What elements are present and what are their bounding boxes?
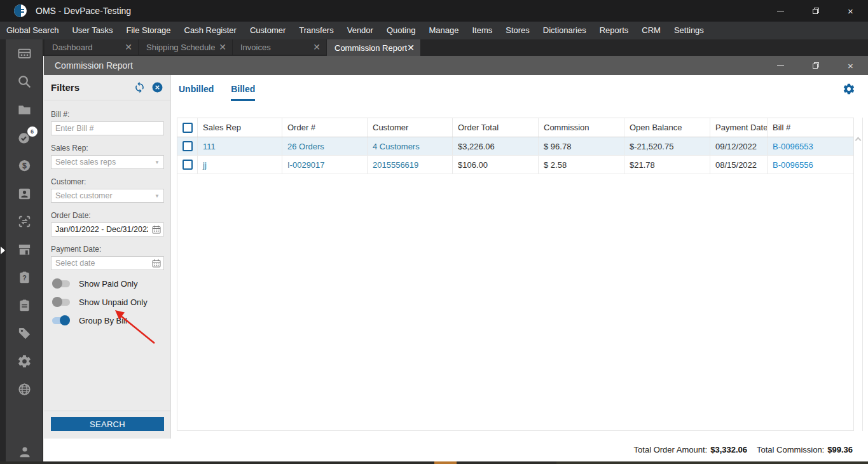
tab-close-icon[interactable]: ✕ [407, 43, 415, 53]
tab-invoices[interactable]: Invoices ✕ [233, 39, 327, 55]
sales-rep-link[interactable]: jj [198, 156, 282, 174]
commission-value: $ 96.78 [539, 137, 624, 155]
filters-panel: Filters Bill #: Sales Rep: Select sales … [44, 75, 171, 439]
sidebar-item-cash[interactable]: $ [17, 158, 32, 173]
taskbar-segment [556, 461, 868, 464]
restore-icon [813, 8, 819, 14]
orders-link[interactable]: I-0029017 [282, 156, 368, 174]
tab-close-icon[interactable]: ✕ [219, 42, 226, 52]
column-header-commission[interactable]: Commission [539, 118, 624, 137]
bill-number-input[interactable] [51, 121, 164, 135]
customer-label: Customer: [51, 177, 163, 186]
sidebar-item-stores[interactable] [17, 242, 32, 257]
store-icon [17, 242, 32, 257]
row-checkbox[interactable] [183, 160, 193, 170]
sidebar-item-help[interactable]: ? [17, 270, 32, 285]
menu-item-settings[interactable]: Settings [672, 22, 706, 39]
table-header-row: Sales Rep Order # Customer Order Total C… [177, 118, 853, 137]
tab-dashboard[interactable]: Dashboard ✕ [45, 39, 139, 55]
sales-rep-link[interactable]: 111 [198, 137, 282, 155]
menu-item-transfers[interactable]: Transfers [296, 22, 336, 39]
clear-filters-icon[interactable] [151, 81, 163, 93]
user-icon [17, 444, 32, 460]
column-header-sales-rep[interactable]: Sales Rep [198, 118, 282, 137]
report-window-controls: × [763, 56, 868, 75]
column-header-open-balance[interactable]: Open Balance [624, 118, 710, 137]
sidebar-item-file-storage[interactable] [17, 102, 32, 117]
sidebar-item-tags[interactable] [17, 326, 32, 341]
menu-item-crm[interactable]: CRM [639, 22, 663, 39]
tab-close-icon[interactable]: ✕ [313, 42, 320, 52]
tag-icon [17, 326, 32, 341]
tab-close-icon[interactable]: ✕ [125, 42, 132, 52]
sidebar-item-contacts[interactable] [17, 186, 32, 201]
menu-item-global-search[interactable]: Global Search [4, 22, 61, 39]
menu-item-customer[interactable]: Customer [247, 22, 288, 39]
menu-item-reports[interactable]: Reports [597, 22, 631, 39]
menu-item-dictionaries[interactable]: Dictionaries [541, 22, 589, 39]
customer-select[interactable]: Select customer ▼ [51, 189, 164, 203]
column-header-bill[interactable]: Bill # [768, 118, 853, 137]
refresh-icon[interactable] [134, 81, 146, 93]
column-header-customer[interactable]: Customer [368, 118, 453, 137]
bill-number-label: Bill #: [51, 110, 163, 119]
table-settings-gear-icon[interactable] [843, 83, 855, 95]
sales-rep-select[interactable]: Select sales reps ▼ [51, 155, 164, 169]
row-checkbox[interactable] [183, 141, 193, 151]
svg-text:?: ? [22, 274, 26, 282]
payment-date-input[interactable] [51, 256, 164, 270]
close-button[interactable]: × [833, 0, 868, 22]
customers-link[interactable]: 4 Customers [368, 137, 453, 155]
sidebar-item-web[interactable] [17, 382, 32, 397]
menu-item-user-tasks[interactable]: User Tasks [69, 22, 115, 39]
order-date-input[interactable] [51, 222, 164, 236]
commission-table: Sales Rep Order # Customer Order Total C… [177, 118, 854, 431]
sidebar-expander-arrow[interactable] [1, 247, 5, 254]
table-scrollbar[interactable] [854, 118, 863, 431]
app-logo-icon [14, 4, 27, 17]
customers-link[interactable]: 2015556619 [368, 156, 453, 174]
menu-item-quoting[interactable]: Quoting [384, 22, 418, 39]
sidebar-item-transfers[interactable] [17, 214, 32, 229]
restore-button[interactable] [798, 0, 833, 22]
column-header-order-total[interactable]: Order Total [453, 118, 539, 137]
sidebar-item-orders[interactable] [17, 298, 32, 313]
calendar-icon[interactable] [152, 259, 161, 268]
search-button[interactable]: SEARCH [51, 417, 164, 431]
total-commission-label: Total Commission: [757, 445, 824, 454]
select-all-checkbox[interactable] [183, 123, 193, 133]
show-unpaid-only-toggle[interactable] [52, 299, 70, 306]
sidebar-item-search[interactable] [17, 74, 32, 89]
gear-icon [17, 354, 32, 369]
minimize-button[interactable] [763, 0, 798, 22]
menu-item-items[interactable]: Items [469, 22, 495, 39]
dollar-icon: $ [17, 158, 32, 173]
close-button[interactable]: × [833, 56, 868, 75]
report-content: Unbilled Billed Sales Rep Order # Custom… [171, 75, 868, 461]
bill-link[interactable]: B-0096556 [768, 156, 853, 174]
tab-unbilled[interactable]: Unbilled [179, 84, 214, 101]
orders-link[interactable]: 26 Orders [282, 137, 368, 155]
minimize-button[interactable] [763, 56, 798, 75]
menu-item-stores[interactable]: Stores [503, 22, 532, 39]
tab-commission-report[interactable]: Commission Report ✕ [327, 39, 421, 56]
svg-text:$: $ [22, 161, 27, 170]
calendar-icon[interactable] [152, 225, 161, 234]
menu-item-file-storage[interactable]: File Storage [123, 22, 173, 39]
menu-item-vendor[interactable]: Vendor [345, 22, 376, 39]
sidebar-item-tasks[interactable]: 6 [17, 130, 32, 145]
close-icon: × [848, 6, 853, 16]
sidebar-item-settings[interactable] [17, 354, 32, 369]
sidebar-item-profile[interactable] [17, 444, 32, 459]
show-paid-only-toggle[interactable] [52, 280, 70, 287]
bill-link[interactable]: B-0096553 [768, 137, 853, 155]
group-by-bill-toggle[interactable] [52, 317, 70, 324]
column-header-order[interactable]: Order # [282, 118, 368, 137]
restore-button[interactable] [798, 56, 833, 75]
sidebar-item-dashboard[interactable] [17, 46, 32, 61]
tab-billed[interactable]: Billed [231, 84, 255, 101]
menu-item-cash-register[interactable]: Cash Register [182, 22, 239, 39]
menu-item-manage[interactable]: Manage [426, 22, 461, 39]
tab-shipping-schedule[interactable]: Shipping Schedule ✕ [139, 39, 233, 55]
column-header-payment-date[interactable]: Payment Date [710, 118, 768, 137]
